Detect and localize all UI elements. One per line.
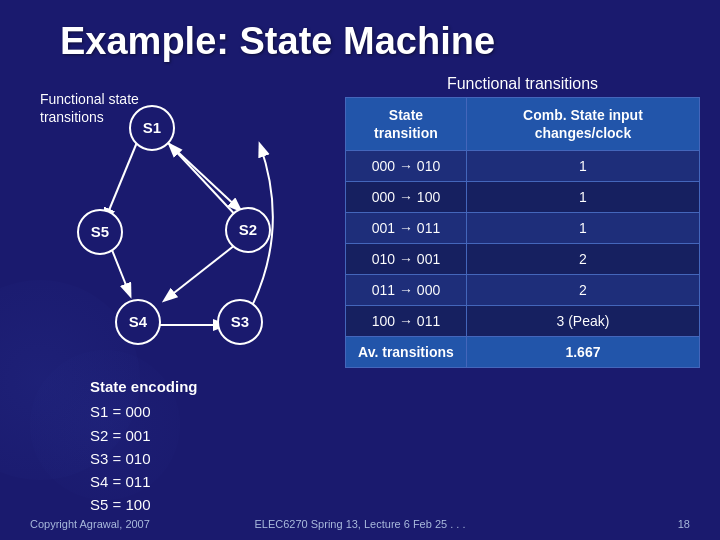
page-title: Example: State Machine (60, 20, 495, 63)
cell-value: 1 (466, 182, 699, 213)
cell-value: 1 (466, 213, 699, 244)
footer-page: 18 (678, 518, 690, 530)
svg-line-3 (165, 245, 235, 300)
encoding-s2: S2 = 001 (90, 424, 198, 447)
col-header-comb: Comb. State input changes/clock (466, 98, 699, 151)
footer-course: ELEC6270 Spring 13, Lecture 6 Feb 25 . .… (255, 518, 466, 530)
col-header-transition: State transition (346, 98, 467, 151)
cell-value: 1 (466, 151, 699, 182)
svg-line-2 (110, 245, 130, 295)
svg-text:S4: S4 (129, 313, 148, 330)
footer-copyright: Copyright Agrawal, 2007 (30, 518, 150, 530)
svg-text:S5: S5 (91, 223, 109, 240)
cell-transition: 000 → 100 (346, 182, 467, 213)
cell-transition: 011 → 000 (346, 275, 467, 306)
cell-value: 2 (466, 244, 699, 275)
table-row: Av. transitions1.667 (346, 337, 700, 368)
cell-transition: Av. transitions (346, 337, 467, 368)
svg-text:S2: S2 (239, 221, 257, 238)
table-row: 000 → 1001 (346, 182, 700, 213)
cell-value: 2 (466, 275, 699, 306)
svg-line-5 (170, 145, 240, 220)
encoding-s1: S1 = 000 (90, 400, 198, 423)
table-row: 010 → 0012 (346, 244, 700, 275)
cell-value: 1.667 (466, 337, 699, 368)
table-row: 001 → 0111 (346, 213, 700, 244)
cell-transition: 001 → 011 (346, 213, 467, 244)
encoding-s3: S3 = 010 (90, 447, 198, 470)
table-title: Functional transitions (345, 75, 700, 93)
state-encoding: State encoding S1 = 000 S2 = 001 S3 = 01… (90, 375, 198, 517)
cell-transition: 010 → 001 (346, 244, 467, 275)
svg-text:S3: S3 (231, 313, 249, 330)
table-row: 100 → 0113 (Peak) (346, 306, 700, 337)
table-row: 011 → 0002 (346, 275, 700, 306)
cell-transition: 100 → 011 (346, 306, 467, 337)
table-area: Functional transitions State transition … (345, 75, 700, 368)
diagram-area: Functional state transitions S1 S5 (30, 80, 350, 460)
encoding-s5: S5 = 100 (90, 493, 198, 516)
encoding-s4: S4 = 011 (90, 470, 198, 493)
cell-transition: 000 → 010 (346, 151, 467, 182)
state-diagram: S1 S5 S2 S4 S3 (30, 80, 340, 360)
svg-text:S1: S1 (143, 119, 161, 136)
transitions-table: State transition Comb. State input chang… (345, 97, 700, 368)
cell-value: 3 (Peak) (466, 306, 699, 337)
encoding-title: State encoding (90, 375, 198, 398)
table-row: 000 → 0101 (346, 151, 700, 182)
svg-line-0 (105, 135, 140, 220)
